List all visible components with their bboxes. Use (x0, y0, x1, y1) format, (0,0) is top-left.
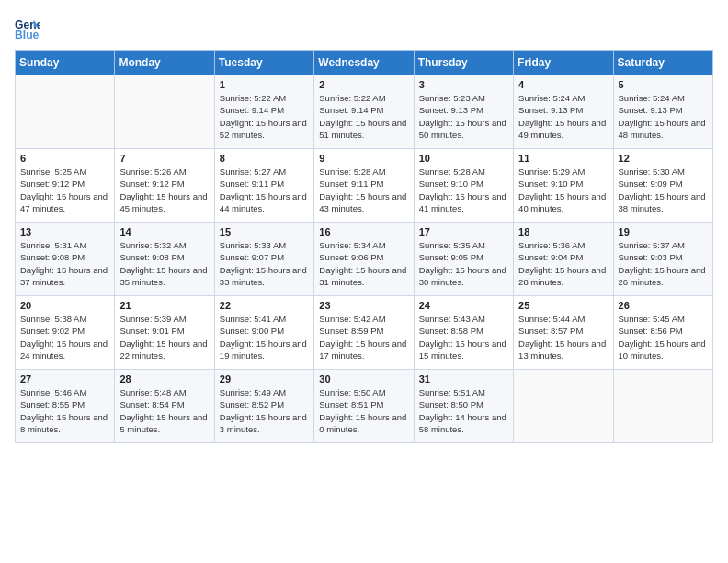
calendar-cell: 24Sunrise: 5:43 AMSunset: 8:58 PMDayligh… (414, 296, 513, 370)
calendar-cell: 28Sunrise: 5:48 AMSunset: 8:54 PMDayligh… (115, 370, 214, 443)
day-number: 12 (619, 153, 708, 164)
day-number: 24 (419, 300, 508, 311)
calendar-cell: 13Sunrise: 5:31 AMSunset: 9:08 PMDayligh… (16, 223, 115, 296)
day-detail: Sunrise: 5:38 AMSunset: 9:02 PMDaylight:… (20, 313, 109, 362)
day-detail: Sunrise: 5:24 AMSunset: 9:13 PMDaylight:… (518, 92, 608, 141)
day-detail: Sunrise: 5:46 AMSunset: 8:55 PMDaylight:… (20, 386, 109, 435)
day-detail: Sunrise: 5:39 AMSunset: 9:01 PMDaylight:… (119, 313, 209, 362)
calendar-cell: 6Sunrise: 5:25 AMSunset: 9:12 PMDaylight… (16, 149, 115, 223)
day-detail: Sunrise: 5:50 AMSunset: 8:51 PMDaylight:… (319, 386, 408, 435)
day-detail: Sunrise: 5:22 AMSunset: 9:14 PMDaylight:… (220, 92, 309, 141)
calendar-cell: 25Sunrise: 5:44 AMSunset: 8:57 PMDayligh… (514, 296, 613, 370)
day-number: 30 (319, 373, 408, 385)
day-detail: Sunrise: 5:44 AMSunset: 8:57 PMDaylight:… (518, 313, 608, 362)
day-number: 6 (20, 153, 109, 164)
calendar-body: 1Sunrise: 5:22 AMSunset: 9:14 PMDaylight… (16, 75, 713, 443)
day-detail: Sunrise: 5:37 AMSunset: 9:03 PMDaylight:… (619, 239, 708, 288)
day-number: 15 (220, 226, 309, 237)
calendar-cell: 15Sunrise: 5:33 AMSunset: 9:07 PMDayligh… (214, 223, 313, 296)
day-number: 27 (20, 373, 109, 385)
calendar-cell: 12Sunrise: 5:30 AMSunset: 9:09 PMDayligh… (613, 149, 712, 223)
day-number: 20 (20, 300, 109, 311)
svg-text:Blue: Blue (15, 29, 40, 40)
day-number: 21 (119, 300, 209, 311)
day-detail: Sunrise: 5:26 AMSunset: 9:12 PMDaylight:… (119, 166, 209, 214)
day-number: 26 (619, 300, 708, 311)
day-number: 17 (419, 226, 508, 237)
calendar-week-row: 6Sunrise: 5:25 AMSunset: 9:12 PMDaylight… (16, 149, 713, 223)
day-detail: Sunrise: 5:28 AMSunset: 9:10 PMDaylight:… (419, 166, 508, 214)
day-detail: Sunrise: 5:42 AMSunset: 8:59 PMDaylight:… (319, 313, 408, 362)
calendar-cell: 30Sunrise: 5:50 AMSunset: 8:51 PMDayligh… (314, 370, 414, 443)
calendar-week-row: 27Sunrise: 5:46 AMSunset: 8:55 PMDayligh… (16, 370, 713, 443)
calendar-cell: 8Sunrise: 5:27 AMSunset: 9:11 PMDaylight… (214, 149, 313, 223)
day-number: 22 (220, 300, 309, 311)
day-number: 16 (319, 226, 408, 237)
day-detail: Sunrise: 5:34 AMSunset: 9:06 PMDaylight:… (319, 239, 408, 288)
weekday-header: Monday (115, 51, 214, 75)
day-number: 9 (319, 153, 408, 164)
calendar-cell: 20Sunrise: 5:38 AMSunset: 9:02 PMDayligh… (16, 296, 115, 370)
calendar-cell: 2Sunrise: 5:22 AMSunset: 9:14 PMDaylight… (314, 75, 414, 149)
day-number: 5 (619, 79, 708, 90)
calendar-week-row: 13Sunrise: 5:31 AMSunset: 9:08 PMDayligh… (16, 223, 713, 296)
calendar-cell: 14Sunrise: 5:32 AMSunset: 9:08 PMDayligh… (115, 223, 214, 296)
day-number: 11 (518, 153, 608, 164)
day-number: 1 (220, 79, 309, 90)
day-number: 28 (119, 373, 209, 385)
day-number: 2 (319, 79, 408, 90)
calendar-cell: 22Sunrise: 5:41 AMSunset: 9:00 PMDayligh… (214, 296, 313, 370)
weekday-header: Tuesday (214, 51, 313, 75)
calendar-cell: 27Sunrise: 5:46 AMSunset: 8:55 PMDayligh… (16, 370, 115, 443)
calendar-cell: 16Sunrise: 5:34 AMSunset: 9:06 PMDayligh… (314, 223, 414, 296)
day-number: 14 (119, 226, 209, 237)
day-detail: Sunrise: 5:35 AMSunset: 9:05 PMDaylight:… (419, 239, 508, 288)
calendar-header: SundayMondayTuesdayWednesdayThursdayFrid… (16, 51, 713, 75)
calendar-cell: 1Sunrise: 5:22 AMSunset: 9:14 PMDaylight… (214, 75, 313, 149)
calendar-cell: 31Sunrise: 5:51 AMSunset: 8:50 PMDayligh… (414, 370, 513, 443)
day-number: 31 (419, 373, 508, 385)
day-number: 13 (20, 226, 109, 237)
weekday-header: Thursday (414, 51, 513, 75)
day-number: 18 (518, 226, 608, 237)
day-number: 10 (419, 153, 508, 164)
logo-icon: General Blue (15, 15, 40, 40)
header-row: SundayMondayTuesdayWednesdayThursdayFrid… (16, 51, 713, 75)
calendar-cell: 18Sunrise: 5:36 AMSunset: 9:04 PMDayligh… (514, 223, 613, 296)
logo: General Blue (15, 15, 44, 40)
day-detail: Sunrise: 5:32 AMSunset: 9:08 PMDaylight:… (119, 239, 209, 288)
day-detail: Sunrise: 5:33 AMSunset: 9:07 PMDaylight:… (220, 239, 309, 288)
day-number: 25 (518, 300, 608, 311)
calendar-week-row: 1Sunrise: 5:22 AMSunset: 9:14 PMDaylight… (16, 75, 713, 149)
calendar-cell: 29Sunrise: 5:49 AMSunset: 8:52 PMDayligh… (214, 370, 313, 443)
day-detail: Sunrise: 5:43 AMSunset: 8:58 PMDaylight:… (419, 313, 508, 362)
calendar-week-row: 20Sunrise: 5:38 AMSunset: 9:02 PMDayligh… (16, 296, 713, 370)
day-detail: Sunrise: 5:23 AMSunset: 9:13 PMDaylight:… (419, 92, 508, 141)
calendar-table: SundayMondayTuesdayWednesdayThursdayFrid… (15, 50, 713, 443)
calendar-cell (16, 75, 115, 149)
day-detail: Sunrise: 5:48 AMSunset: 8:54 PMDaylight:… (119, 386, 209, 435)
calendar-cell: 17Sunrise: 5:35 AMSunset: 9:05 PMDayligh… (414, 223, 513, 296)
day-number: 3 (419, 79, 508, 90)
day-detail: Sunrise: 5:51 AMSunset: 8:50 PMDaylight:… (419, 386, 508, 435)
header: General Blue (15, 15, 713, 40)
weekday-header: Friday (514, 51, 613, 75)
weekday-header: Wednesday (314, 51, 414, 75)
day-number: 8 (220, 153, 309, 164)
calendar-cell: 5Sunrise: 5:24 AMSunset: 9:13 PMDaylight… (613, 75, 712, 149)
day-detail: Sunrise: 5:28 AMSunset: 9:11 PMDaylight:… (319, 166, 408, 214)
calendar-cell (115, 75, 214, 149)
calendar-cell: 21Sunrise: 5:39 AMSunset: 9:01 PMDayligh… (115, 296, 214, 370)
day-detail: Sunrise: 5:25 AMSunset: 9:12 PMDaylight:… (20, 166, 109, 214)
calendar-cell: 10Sunrise: 5:28 AMSunset: 9:10 PMDayligh… (414, 149, 513, 223)
day-detail: Sunrise: 5:49 AMSunset: 8:52 PMDaylight:… (220, 386, 309, 435)
day-detail: Sunrise: 5:29 AMSunset: 9:10 PMDaylight:… (518, 166, 608, 214)
calendar-cell: 26Sunrise: 5:45 AMSunset: 8:56 PMDayligh… (613, 296, 712, 370)
calendar-cell (613, 370, 712, 443)
day-detail: Sunrise: 5:45 AMSunset: 8:56 PMDaylight:… (619, 313, 708, 362)
day-detail: Sunrise: 5:36 AMSunset: 9:04 PMDaylight:… (518, 239, 608, 288)
day-number: 23 (319, 300, 408, 311)
calendar-cell (514, 370, 613, 443)
calendar-cell: 4Sunrise: 5:24 AMSunset: 9:13 PMDaylight… (514, 75, 613, 149)
day-detail: Sunrise: 5:27 AMSunset: 9:11 PMDaylight:… (220, 166, 309, 214)
